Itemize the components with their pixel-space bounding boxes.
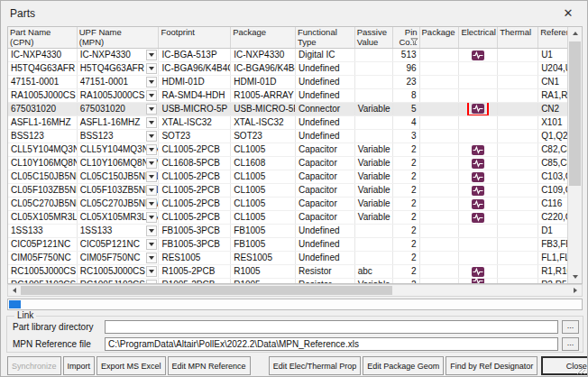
cell-electrical[interactable]	[459, 49, 498, 61]
cell-package[interactable]: CL1005	[231, 184, 296, 197]
cell-functional_type[interactable]: Undefined	[296, 252, 355, 264]
cell-cpn[interactable]: H5TQ4G63AFR	[8, 62, 78, 75]
mpn-dropdown-button[interactable]	[146, 280, 157, 283]
cell-functional_type[interactable]: Resistor	[296, 279, 355, 283]
cell-package[interactable]: XTAL-ISC32	[231, 116, 296, 129]
cell-reference[interactable]: U1	[538, 49, 567, 61]
cell-mpn[interactable]: CL05F103ZB5NNNC	[78, 184, 160, 197]
cell-functional_type[interactable]: Undefined	[296, 130, 355, 143]
cell-package[interactable]: CL1608	[231, 157, 296, 170]
cell-thermal[interactable]	[498, 157, 538, 170]
table-row[interactable]: H5TQ4G63AFRH5TQ4G63AFRIC-BGA96/K4B4G16IC…	[8, 62, 567, 76]
cell-mpn[interactable]: 47151-0001	[78, 76, 160, 88]
column-header-mpn[interactable]: UPF Name (MPN)	[78, 27, 160, 48]
cell-electrical[interactable]	[459, 89, 498, 102]
table-row[interactable]: CIC05P121NCCIC05P121NCFB1005-3PCBFB1005U…	[8, 238, 567, 252]
cell-package[interactable]: RES1005	[231, 252, 296, 264]
cell-electrical[interactable]	[459, 76, 498, 88]
cell-mpn[interactable]: CL10Y106MQ8NRNC	[78, 157, 160, 170]
cell-cpn[interactable]: RC1005J000CS	[8, 265, 78, 278]
cell-functional_type[interactable]: Undefined	[296, 116, 355, 129]
cell-package[interactable]: IC-BGA96/K4B4G16	[231, 62, 296, 75]
cell-footprint[interactable]: RES1005	[159, 252, 231, 264]
mpn-dropdown-button[interactable]	[146, 185, 157, 196]
cell-electrical[interactable]	[459, 130, 498, 143]
cell-reference[interactable]: R1,R10,	[538, 265, 567, 278]
cell-mpn[interactable]: CIC05P121NC	[78, 238, 160, 251]
cell-pin_count[interactable]: 4	[393, 116, 420, 129]
find-by-ref-designator-button[interactable]: Find by Ref Designator	[446, 356, 537, 375]
scroll-up-button[interactable]	[568, 27, 582, 40]
cell-passive_value[interactable]: Variable	[355, 279, 393, 283]
column-header-functional_type[interactable]: Functional Type	[296, 27, 355, 48]
cell-thermal[interactable]	[498, 238, 538, 251]
mpn-reference-file-input[interactable]	[105, 337, 558, 351]
cell-thermal[interactable]	[498, 170, 538, 183]
cell-mpn[interactable]: CL05C270JB5NNWC	[78, 198, 160, 210]
cell-electrical[interactable]	[459, 252, 498, 264]
cell-package_geom[interactable]	[420, 238, 460, 251]
scroll-right-button[interactable]	[569, 285, 582, 296]
cell-reference[interactable]: C116	[538, 198, 567, 210]
cell-footprint[interactable]: CL1005-2PCB	[159, 170, 231, 183]
cell-thermal[interactable]	[498, 62, 538, 75]
column-header-thermal[interactable]: Thermal	[498, 27, 538, 48]
cell-mpn[interactable]: CL05X105MR3LNNH	[78, 211, 160, 224]
cell-electrical[interactable]	[459, 170, 498, 183]
cell-pin_count[interactable]: 5	[393, 103, 420, 115]
cell-mpn[interactable]: IC-NXP4330	[78, 49, 160, 61]
cell-package_geom[interactable]	[420, 170, 460, 183]
cell-footprint[interactable]: R1005-2PCB	[159, 265, 231, 278]
cell-cpn[interactable]: CL10Y106MQ8NRNC	[8, 157, 78, 170]
cell-pin_count[interactable]: 2	[393, 157, 420, 170]
mpn-dropdown-button[interactable]	[146, 253, 157, 263]
cell-thermal[interactable]	[498, 198, 538, 210]
cell-reference[interactable]: R2,R5,	[538, 279, 567, 283]
cell-electrical[interactable]	[459, 265, 498, 278]
cell-footprint[interactable]: R1005-2PCB	[159, 279, 231, 283]
cell-cpn[interactable]: CIM05F750NC	[8, 252, 78, 264]
cell-package_geom[interactable]	[420, 211, 460, 224]
cell-passive_value[interactable]: Variable	[355, 170, 393, 183]
cell-passive_value[interactable]: abc	[355, 265, 393, 278]
cell-mpn[interactable]: 1SS133	[78, 225, 160, 237]
table-row[interactable]: CL10Y106MQ8NRNCCL10Y106MQ8NRNCCL1608-5PC…	[8, 157, 567, 170]
column-header-cpn[interactable]: Part Name (CPN)	[8, 27, 78, 48]
cell-cpn[interactable]: BSS123	[8, 130, 78, 143]
cell-footprint[interactable]: USB-MICRO-5P	[159, 103, 231, 115]
browse-mpn-reference-button[interactable]: ...	[562, 337, 579, 351]
cell-package[interactable]: SOT23	[231, 130, 296, 143]
cell-passive_value[interactable]	[355, 76, 393, 88]
cell-footprint[interactable]: IC-BGA96/K4B4G16	[159, 62, 231, 75]
cell-functional_type[interactable]: Capacitor	[296, 170, 355, 183]
cell-package_geom[interactable]	[420, 143, 460, 156]
cell-package[interactable]: CL1005	[231, 170, 296, 183]
horizontal-scrollbar[interactable]	[7, 284, 583, 297]
cell-mpn[interactable]: RA1005J000CS	[78, 89, 160, 102]
cell-pin_count[interactable]: 23	[393, 76, 420, 88]
cell-pin_count[interactable]: 2	[393, 143, 420, 156]
mpn-dropdown-button[interactable]	[146, 239, 157, 250]
cell-thermal[interactable]	[498, 211, 538, 224]
cell-cpn[interactable]: CL05C150JB5NNND	[8, 170, 78, 183]
mpn-dropdown-button[interactable]	[146, 77, 157, 87]
cell-cpn[interactable]: CLL5Y104MQ3NLNC	[8, 143, 78, 156]
mpn-dropdown-button[interactable]	[146, 266, 157, 277]
cell-reference[interactable]: CN2	[538, 103, 567, 115]
mpn-dropdown-button[interactable]	[146, 225, 157, 236]
cell-thermal[interactable]	[498, 130, 538, 143]
edit-mpn-reference-button[interactable]: Edit MPN Reference	[168, 356, 251, 375]
cell-passive_value[interactable]	[355, 252, 393, 264]
cell-package_geom[interactable]	[420, 198, 460, 210]
cell-passive_value[interactable]	[355, 225, 393, 237]
cell-package_geom[interactable]	[420, 130, 460, 143]
cell-package[interactable]: FB1005	[231, 238, 296, 251]
cell-mpn[interactable]: H5TQ4G63AFR	[78, 62, 160, 75]
cell-electrical[interactable]	[459, 238, 498, 251]
cell-package_geom[interactable]	[420, 103, 460, 115]
cell-package_geom[interactable]	[420, 225, 460, 237]
cell-functional_type[interactable]: Undefined	[296, 76, 355, 88]
cell-package_geom[interactable]	[420, 49, 460, 61]
export-ms-excel-button[interactable]: Export MS Excel	[96, 356, 166, 375]
table-row[interactable]: 675031020675031020USB-MICRO-5PUSB-MICRO-…	[8, 103, 567, 116]
